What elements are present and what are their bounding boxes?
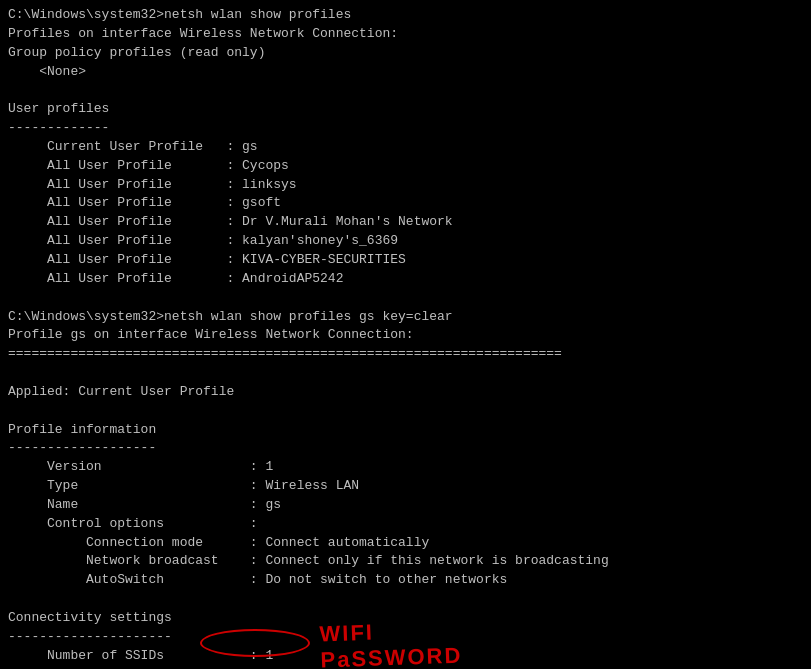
terminal-section-profile-info: Profile information <box>8 421 803 440</box>
terminal-line-cmd2: C:\Windows\system32>netsh wlan show prof… <box>8 308 803 327</box>
terminal-separator-4: --------------------- <box>8 628 803 647</box>
terminal-line-autoswitch: AutoSwitch : Do not switch to other netw… <box>8 571 803 590</box>
terminal-line-ssid-count: Number of SSIDs : 1 <box>8 647 803 666</box>
terminal-line-profile-linksys: All User Profile : linksys <box>8 176 803 195</box>
terminal-line-profile-kalyan: All User Profile : kalyan'shoney's_6369 <box>8 232 803 251</box>
terminal-window: C:\Windows\system32>netsh wlan show prof… <box>0 0 811 669</box>
terminal-line-connection-mode: Connection mode : Connect automatically <box>8 534 803 553</box>
terminal-line-profile-gsoft: All User Profile : gsoft <box>8 194 803 213</box>
terminal-separator-1: ------------- <box>8 119 803 138</box>
terminal-line-l1: Profiles on interface Wireless Network C… <box>8 25 803 44</box>
terminal-line-version: Version : 1 <box>8 458 803 477</box>
terminal-line-current-profile: Current User Profile : gs <box>8 138 803 157</box>
terminal-separator-3: ------------------- <box>8 439 803 458</box>
terminal-line-profile-kiva: All User Profile : KIVA-CYBER-SECURITIES <box>8 251 803 270</box>
terminal-line-profile-murali: All User Profile : Dr V.Murali Mohan's N… <box>8 213 803 232</box>
terminal-line-applied: Applied: Current User Profile <box>8 383 803 402</box>
terminal-line-l2: Group policy profiles (read only) <box>8 44 803 63</box>
terminal-line-profile-cycops: All User Profile : Cycops <box>8 157 803 176</box>
terminal-line-profile-android: All User Profile : AndroidAP5242 <box>8 270 803 289</box>
terminal-line-network-broadcast: Network broadcast : Connect only if this… <box>8 552 803 571</box>
terminal-separator-2: ========================================… <box>8 345 803 364</box>
terminal-line-cmd1: C:\Windows\system32>netsh wlan show prof… <box>8 6 803 25</box>
terminal-line-name: Name : gs <box>8 496 803 515</box>
terminal-section-connectivity: Connectivity settings <box>8 609 803 628</box>
terminal-line-profile-header: Profile gs on interface Wireless Network… <box>8 326 803 345</box>
terminal-line-l3: <None> <box>8 63 803 82</box>
terminal-line-control-options: Control options : <box>8 515 803 534</box>
terminal-line-ssid-name: SSID name : "gs" <box>8 666 803 669</box>
terminal-section-user-profiles: User profiles <box>8 100 803 119</box>
terminal-line-type: Type : Wireless LAN <box>8 477 803 496</box>
